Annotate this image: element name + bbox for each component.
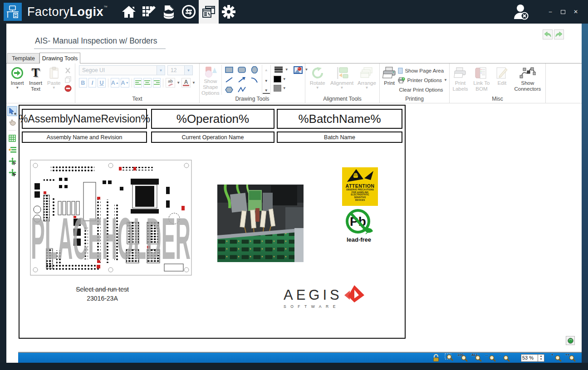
page-icon — [398, 68, 403, 74]
scroll-up-icon[interactable]: ▲ — [263, 66, 270, 74]
zoom-in-icon[interactable]: + — [551, 353, 562, 362]
canvas-overview-button[interactable] — [566, 336, 575, 345]
zoom-selection-icon[interactable] — [443, 353, 454, 362]
move-anchor-button[interactable] — [7, 167, 17, 177]
alignment-button[interactable]: Alignment ▼ — [329, 65, 354, 95]
field-batch-name[interactable]: %BatchName% — [277, 109, 402, 129]
documents-icon[interactable] — [199, 0, 219, 24]
redo-button[interactable] — [554, 29, 564, 39]
shape-ellipse[interactable] — [248, 65, 261, 75]
underline-button[interactable]: U — [98, 78, 106, 88]
field-assembly-name-revision[interactable]: %AssemblyNameRevision% — [22, 109, 147, 129]
lock-zoom-icon[interactable] — [429, 353, 440, 362]
shape-polyline[interactable] — [235, 85, 248, 95]
field-operation[interactable]: %Operation% — [151, 109, 274, 129]
zoom-spinner[interactable]: ▲▼ — [538, 354, 544, 362]
materials-database-icon[interactable] — [159, 0, 179, 24]
grow-font-button[interactable]: A▲ — [111, 78, 119, 88]
caption-operation[interactable]: Current Operation Name — [151, 131, 274, 143]
aegis-logo[interactable]: AEGIS SOFTWARE — [284, 287, 365, 309]
print-labels-icon — [454, 66, 466, 80]
insert-text-button[interactable]: T Insert Text — [26, 65, 44, 95]
grid-icon — [9, 135, 16, 142]
paste-button[interactable]: Paste ▼ — [45, 65, 63, 95]
cut-icon[interactable] — [64, 67, 72, 74]
insert-button[interactable]: Insert ▼ — [8, 65, 26, 95]
printer-options-button[interactable]: ? Printer Options ▼ — [398, 76, 447, 84]
close-button[interactable]: ✕ — [571, 7, 581, 17]
scroll-down-icon[interactable]: ▼ — [263, 77, 270, 85]
shrink-font-button[interactable]: A▼ — [121, 78, 129, 88]
show-page-area-label: Show Page Area — [405, 68, 444, 73]
link-to-bom-button[interactable]: Link To BOM — [471, 65, 492, 95]
line-style-button[interactable] — [274, 66, 284, 73]
zoom-100-icon[interactable]: 100 — [457, 353, 468, 362]
pcb-placeholder-image[interactable]: PLACEHOLDER — [30, 160, 192, 288]
maximize-button[interactable] — [558, 7, 568, 17]
pcb-note[interactable]: Select and run test 23016-23A — [47, 285, 158, 303]
line-color-swatch[interactable] — [274, 76, 281, 83]
highlight-color-button[interactable]: ab — [166, 78, 175, 88]
shape-arrow[interactable] — [235, 75, 248, 85]
test-probe-photo[interactable] — [217, 185, 304, 262]
edit-button[interactable]: Edit — [494, 65, 510, 95]
template-page[interactable]: %AssemblyNameRevision% %Operation% %Batc… — [19, 105, 406, 339]
fill-color-swatch[interactable] — [274, 85, 281, 92]
font-size-select[interactable]: 12 ▼ — [167, 65, 193, 75]
select-tool-button[interactable] — [7, 106, 17, 116]
align-right-button[interactable] — [153, 78, 161, 88]
rotate-button[interactable]: Rotate ▼ — [307, 65, 328, 95]
plan-grid-pencil-icon[interactable] — [139, 0, 159, 24]
shape-polygon[interactable] — [223, 85, 235, 95]
show-connectors-button[interactable]: Show Connectors — [512, 65, 544, 95]
grid-toggle-button[interactable] — [7, 133, 17, 143]
shape-rounded-rectangle[interactable] — [235, 65, 248, 75]
lead-free-caption: lead-free — [347, 236, 371, 243]
caption-assembly-name-revision[interactable]: Assembly Name and Revision — [22, 131, 147, 143]
zoom-all-icon[interactable]: ALL — [471, 353, 482, 362]
move-anchor-disabled-button[interactable] — [7, 156, 17, 166]
align-center-icon — [144, 80, 151, 86]
esd-attention-label[interactable]: ATTENTION OBSERVE PRECAUTIONS FOR HANDLI… — [342, 167, 378, 206]
esd-title: ATTENTION — [346, 183, 375, 189]
printer-icon — [382, 66, 396, 80]
design-canvas[interactable]: %AssemblyNameRevision% %Operation% %Batc… — [18, 103, 582, 352]
zoom-in-fast-icon[interactable]: ++ — [565, 353, 576, 362]
align-left-button[interactable] — [134, 78, 142, 88]
settings-gear-icon[interactable] — [219, 0, 239, 24]
template-title[interactable]: AIS- Manual Inspection w/ Borders — [34, 36, 166, 49]
pan-tool-button[interactable] — [7, 117, 17, 127]
lead-free-logo[interactable]: Pb lead-free — [343, 209, 375, 243]
caption-batch-name[interactable]: Batch Name — [277, 131, 402, 143]
shape-rectangle[interactable] — [223, 65, 235, 75]
undo-button[interactable] — [543, 29, 553, 39]
bold-button[interactable]: B — [79, 78, 87, 88]
show-page-area-button[interactable]: Show Page Area — [398, 67, 447, 75]
zoom-value-input[interactable] — [521, 354, 538, 362]
minimize-button[interactable]: – — [545, 7, 555, 17]
tab-drawing-tools[interactable]: Drawing Tools — [39, 53, 80, 63]
user-logout-icon[interactable] — [511, 2, 531, 22]
tab-template[interactable]: Template — [7, 53, 39, 63]
block-selection-icon[interactable] — [64, 85, 72, 92]
print-labels-button[interactable]: Print Labels — [451, 65, 469, 95]
clear-print-options-button[interactable]: Clear Print Options — [398, 86, 447, 94]
shape-arc[interactable] — [248, 75, 261, 85]
font-family-select[interactable]: Segoe UI ▼ — [79, 65, 165, 75]
arrange-button[interactable]: Arrange ▼ — [356, 65, 377, 95]
transfer-circle-icon[interactable] — [179, 0, 199, 24]
show-shape-options-button[interactable]: Show Shape Options — [201, 65, 220, 95]
zoom-out-icon[interactable]: - — [500, 353, 510, 362]
snap-lines-button[interactable] — [7, 145, 17, 155]
fill-image-button[interactable] — [293, 66, 304, 73]
font-color-button[interactable]: A — [181, 78, 191, 88]
align-center-button[interactable] — [143, 78, 152, 88]
shape-line[interactable] — [223, 75, 235, 85]
print-button[interactable]: Print — [382, 65, 397, 95]
copy-icon[interactable] — [64, 76, 72, 83]
zoom-out-fast-icon[interactable]: -- — [485, 353, 496, 362]
home-icon[interactable] — [119, 0, 139, 24]
group-label-alignment-tools: Alignment Tools — [305, 96, 379, 103]
scroll-end-icon[interactable]: ▼ — [263, 88, 270, 94]
italic-button[interactable]: I — [88, 78, 97, 88]
